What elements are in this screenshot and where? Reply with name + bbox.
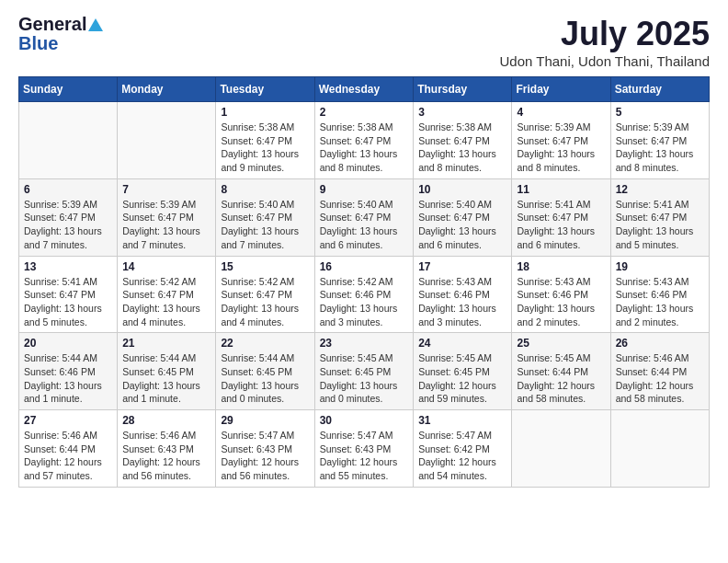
day-info: Sunrise: 5:39 AM Sunset: 6:47 PM Dayligh… <box>122 198 210 252</box>
day-number: 8 <box>221 183 309 196</box>
calendar-table: SundayMondayTuesdayWednesdayThursdayFrid… <box>18 76 710 488</box>
day-number: 27 <box>24 414 112 427</box>
day-number: 7 <box>122 183 210 196</box>
calendar-cell: 7Sunrise: 5:39 AM Sunset: 6:47 PM Daylig… <box>118 178 216 256</box>
logo-blue-text: Blue <box>18 34 58 52</box>
day-number: 15 <box>221 260 309 273</box>
calendar-cell: 17Sunrise: 5:43 AM Sunset: 6:46 PM Dayli… <box>414 256 512 333</box>
weekday-header-saturday: Saturday <box>610 77 709 102</box>
day-number: 13 <box>24 260 112 273</box>
calendar-cell: 16Sunrise: 5:42 AM Sunset: 6:46 PM Dayli… <box>314 256 414 333</box>
day-info: Sunrise: 5:40 AM Sunset: 6:47 PM Dayligh… <box>320 198 409 252</box>
weekday-header-sunday: Sunday <box>19 77 118 102</box>
calendar-cell: 24Sunrise: 5:45 AM Sunset: 6:45 PM Dayli… <box>414 333 512 410</box>
calendar-cell: 26Sunrise: 5:46 AM Sunset: 6:44 PM Dayli… <box>610 333 709 410</box>
day-info: Sunrise: 5:45 AM Sunset: 6:45 PM Dayligh… <box>320 351 409 406</box>
page-header: General Blue July 2025 Udon Thani, Udon … <box>18 15 710 69</box>
logo-top: General <box>18 15 103 34</box>
day-number: 30 <box>320 414 409 427</box>
logo: General Blue <box>18 15 103 52</box>
day-number: 25 <box>517 337 605 350</box>
calendar-cell <box>118 102 216 179</box>
calendar-cell <box>19 102 118 179</box>
calendar-cell: 19Sunrise: 5:43 AM Sunset: 6:46 PM Dayli… <box>610 256 709 333</box>
day-info: Sunrise: 5:40 AM Sunset: 6:47 PM Dayligh… <box>221 198 309 252</box>
day-info: Sunrise: 5:39 AM Sunset: 6:47 PM Dayligh… <box>24 198 112 252</box>
weekday-header-friday: Friday <box>512 77 610 102</box>
day-number: 5 <box>616 106 704 119</box>
day-number: 1 <box>221 106 309 119</box>
day-number: 3 <box>418 106 506 119</box>
day-info: Sunrise: 5:41 AM Sunset: 6:47 PM Dayligh… <box>517 198 605 252</box>
day-number: 31 <box>418 414 506 427</box>
calendar-cell: 30Sunrise: 5:47 AM Sunset: 6:43 PM Dayli… <box>314 410 414 488</box>
calendar-week-3: 13Sunrise: 5:41 AM Sunset: 6:47 PM Dayli… <box>19 256 710 333</box>
logo-triangle-icon <box>88 18 103 31</box>
day-info: Sunrise: 5:39 AM Sunset: 6:47 PM Dayligh… <box>616 121 704 175</box>
day-info: Sunrise: 5:43 AM Sunset: 6:46 PM Dayligh… <box>418 275 506 329</box>
day-info: Sunrise: 5:38 AM Sunset: 6:47 PM Dayligh… <box>418 121 506 175</box>
day-info: Sunrise: 5:43 AM Sunset: 6:46 PM Dayligh… <box>616 275 704 329</box>
day-number: 12 <box>616 183 704 196</box>
calendar-cell: 27Sunrise: 5:46 AM Sunset: 6:44 PM Dayli… <box>19 410 118 488</box>
calendar-cell: 28Sunrise: 5:46 AM Sunset: 6:43 PM Dayli… <box>118 410 216 488</box>
weekday-header-wednesday: Wednesday <box>314 77 414 102</box>
calendar-cell: 18Sunrise: 5:43 AM Sunset: 6:46 PM Dayli… <box>512 256 610 333</box>
day-info: Sunrise: 5:39 AM Sunset: 6:47 PM Dayligh… <box>517 121 605 175</box>
day-number: 18 <box>517 260 605 273</box>
title-area: July 2025 Udon Thani, Udon Thani, Thaila… <box>500 15 711 69</box>
day-info: Sunrise: 5:46 AM Sunset: 6:44 PM Dayligh… <box>24 429 112 483</box>
day-number: 19 <box>616 260 704 273</box>
day-info: Sunrise: 5:41 AM Sunset: 6:47 PM Dayligh… <box>616 198 704 252</box>
day-info: Sunrise: 5:44 AM Sunset: 6:46 PM Dayligh… <box>24 351 112 406</box>
day-info: Sunrise: 5:42 AM Sunset: 6:47 PM Dayligh… <box>221 275 309 329</box>
weekday-header-thursday: Thursday <box>414 77 512 102</box>
day-number: 16 <box>320 260 409 273</box>
calendar-cell: 29Sunrise: 5:47 AM Sunset: 6:43 PM Dayli… <box>216 410 314 488</box>
calendar-week-4: 20Sunrise: 5:44 AM Sunset: 6:46 PM Dayli… <box>19 333 710 410</box>
day-info: Sunrise: 5:47 AM Sunset: 6:42 PM Dayligh… <box>418 429 506 483</box>
day-number: 4 <box>517 106 605 119</box>
day-number: 28 <box>122 414 210 427</box>
day-info: Sunrise: 5:40 AM Sunset: 6:47 PM Dayligh… <box>418 198 506 252</box>
calendar-cell: 25Sunrise: 5:45 AM Sunset: 6:44 PM Dayli… <box>512 333 610 410</box>
calendar-cell: 11Sunrise: 5:41 AM Sunset: 6:47 PM Dayli… <box>512 178 610 256</box>
day-number: 23 <box>320 337 409 350</box>
weekday-header-monday: Monday <box>118 77 216 102</box>
calendar-subtitle: Udon Thani, Udon Thani, Thailand <box>500 53 711 69</box>
logo-general-text: General <box>18 14 86 34</box>
day-number: 2 <box>320 106 409 119</box>
day-number: 26 <box>616 337 704 350</box>
day-number: 24 <box>418 337 506 350</box>
weekday-header-row: SundayMondayTuesdayWednesdayThursdayFrid… <box>19 77 710 102</box>
day-info: Sunrise: 5:41 AM Sunset: 6:47 PM Dayligh… <box>24 275 112 329</box>
day-number: 9 <box>320 183 409 196</box>
calendar-cell: 31Sunrise: 5:47 AM Sunset: 6:42 PM Dayli… <box>414 410 512 488</box>
calendar-cell: 3Sunrise: 5:38 AM Sunset: 6:47 PM Daylig… <box>414 102 512 179</box>
day-info: Sunrise: 5:42 AM Sunset: 6:47 PM Dayligh… <box>122 275 210 329</box>
calendar-cell: 5Sunrise: 5:39 AM Sunset: 6:47 PM Daylig… <box>610 102 709 179</box>
day-info: Sunrise: 5:47 AM Sunset: 6:43 PM Dayligh… <box>320 429 409 483</box>
calendar-cell: 21Sunrise: 5:44 AM Sunset: 6:45 PM Dayli… <box>118 333 216 410</box>
day-info: Sunrise: 5:46 AM Sunset: 6:43 PM Dayligh… <box>122 429 210 483</box>
calendar-week-1: 1Sunrise: 5:38 AM Sunset: 6:47 PM Daylig… <box>19 102 710 179</box>
weekday-header-tuesday: Tuesday <box>216 77 314 102</box>
day-info: Sunrise: 5:44 AM Sunset: 6:45 PM Dayligh… <box>122 351 210 406</box>
calendar-cell <box>512 410 610 488</box>
calendar-cell: 22Sunrise: 5:44 AM Sunset: 6:45 PM Dayli… <box>216 333 314 410</box>
day-info: Sunrise: 5:43 AM Sunset: 6:46 PM Dayligh… <box>517 275 605 329</box>
calendar-cell: 9Sunrise: 5:40 AM Sunset: 6:47 PM Daylig… <box>314 178 414 256</box>
day-number: 21 <box>122 337 210 350</box>
day-number: 17 <box>418 260 506 273</box>
day-number: 29 <box>221 414 309 427</box>
calendar-cell: 13Sunrise: 5:41 AM Sunset: 6:47 PM Dayli… <box>19 256 118 333</box>
calendar-cell: 12Sunrise: 5:41 AM Sunset: 6:47 PM Dayli… <box>610 178 709 256</box>
day-info: Sunrise: 5:42 AM Sunset: 6:46 PM Dayligh… <box>320 275 409 329</box>
day-info: Sunrise: 5:44 AM Sunset: 6:45 PM Dayligh… <box>221 351 309 406</box>
calendar-cell: 14Sunrise: 5:42 AM Sunset: 6:47 PM Dayli… <box>118 256 216 333</box>
calendar-cell: 15Sunrise: 5:42 AM Sunset: 6:47 PM Dayli… <box>216 256 314 333</box>
calendar-cell: 8Sunrise: 5:40 AM Sunset: 6:47 PM Daylig… <box>216 178 314 256</box>
calendar-cell: 10Sunrise: 5:40 AM Sunset: 6:47 PM Dayli… <box>414 178 512 256</box>
day-info: Sunrise: 5:45 AM Sunset: 6:45 PM Dayligh… <box>418 351 506 406</box>
day-info: Sunrise: 5:47 AM Sunset: 6:43 PM Dayligh… <box>221 429 309 483</box>
